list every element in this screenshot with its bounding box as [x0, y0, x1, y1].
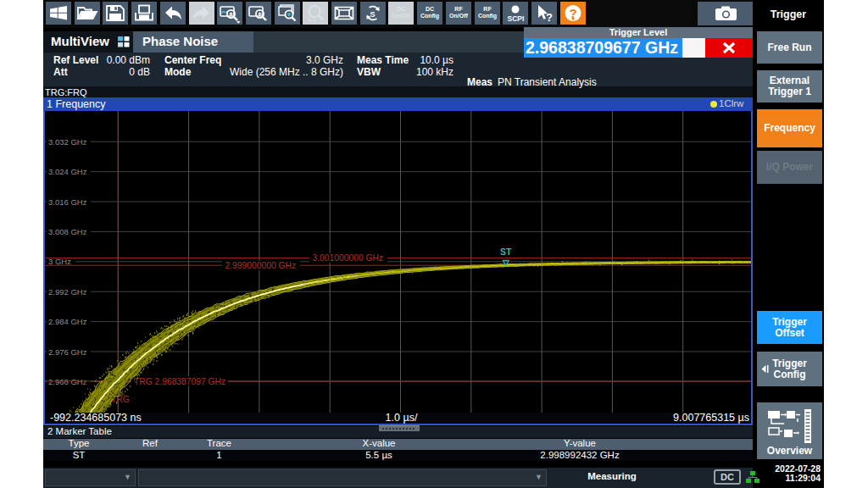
- svg-text:3.024 GHz: 3.024 GHz: [48, 167, 87, 176]
- svg-text:2.992 GHz: 2.992 GHz: [48, 287, 87, 297]
- svg-text:TRG 2.968387097 GHz: TRG 2.968387097 GHz: [134, 377, 225, 386]
- svg-text:3.032 GHz: 3.032 GHz: [48, 137, 87, 147]
- svg-text:3 GHz: 3 GHz: [48, 257, 71, 266]
- svg-text:?: ?: [546, 11, 553, 24]
- svg-text:ST: ST: [500, 247, 512, 257]
- svg-text:2.968 GHz: 2.968 GHz: [48, 377, 87, 386]
- svg-text:2.976 GHz: 2.976 GHz: [48, 347, 87, 357]
- svg-text:3.008 GHz: 3.008 GHz: [48, 227, 87, 236]
- svg-text:S: S: [370, 10, 376, 19]
- svg-text:2.999000000 GHz: 2.999000000 GHz: [225, 261, 297, 270]
- svg-text:SCPI: SCPI: [508, 14, 525, 23]
- svg-text:3.016 GHz: 3.016 GHz: [48, 197, 87, 207]
- svg-text:3.001000000 GHz: 3.001000000 GHz: [313, 253, 384, 263]
- svg-text:2.984 GHz: 2.984 GHz: [48, 317, 87, 326]
- svg-text:1:1: 1:1: [308, 16, 316, 22]
